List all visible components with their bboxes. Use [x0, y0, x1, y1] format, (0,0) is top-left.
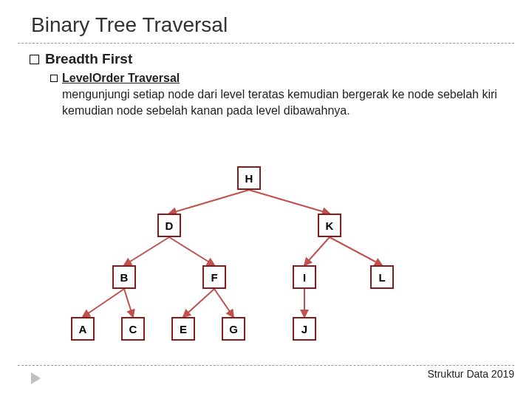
tree-node-c: C: [121, 317, 145, 341]
heading-2: Level Order Traversal: [50, 72, 502, 85]
svg-line-5: [330, 237, 382, 265]
footer-text: Struktur Data 2019: [427, 368, 514, 380]
content-block: Breadth First Level Order Traversal meng…: [0, 44, 532, 118]
heading-2-rest: Order Traversal: [92, 72, 180, 85]
svg-line-1: [249, 190, 330, 214]
tree-node-k: K: [318, 214, 341, 237]
tree-node-e: E: [171, 317, 195, 341]
description-text: mengunjungi setiap node dari level terat…: [62, 86, 502, 118]
play-icon: [31, 372, 41, 384]
heading-1-text: Breadth First: [45, 51, 132, 67]
tree-node-f: F: [202, 265, 226, 289]
tree-diagram: HDKBFILACEGJ: [0, 166, 532, 366]
tree-node-l: L: [370, 265, 394, 289]
heading-2-prefix: Level: [62, 72, 92, 85]
svg-line-3: [169, 237, 214, 265]
svg-line-0: [169, 190, 249, 214]
bullet-square-small-icon: [50, 75, 58, 82]
tree-node-h: H: [237, 166, 261, 190]
tree-node-d: D: [157, 214, 181, 237]
tree-node-a: A: [71, 317, 95, 341]
tree-node-b: B: [112, 265, 136, 289]
tree-node-g: G: [222, 317, 245, 341]
footer-bar: Struktur Data 2019: [18, 365, 514, 380]
svg-line-9: [214, 289, 233, 317]
page-title: Binary Tree Traversal: [0, 0, 532, 43]
bullet-square-icon: [30, 55, 39, 64]
svg-line-2: [124, 237, 169, 265]
tree-node-j: J: [293, 317, 316, 341]
heading-1: Breadth First: [30, 51, 502, 67]
tree-node-i: I: [293, 265, 316, 289]
svg-line-7: [124, 289, 133, 317]
